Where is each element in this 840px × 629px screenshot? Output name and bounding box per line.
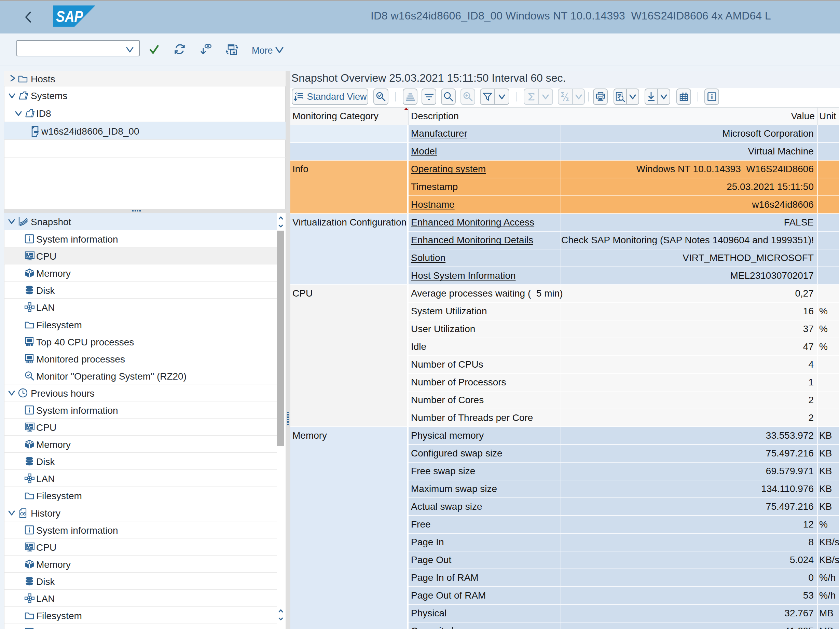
svg-text:SAP: SAP <box>56 7 83 25</box>
